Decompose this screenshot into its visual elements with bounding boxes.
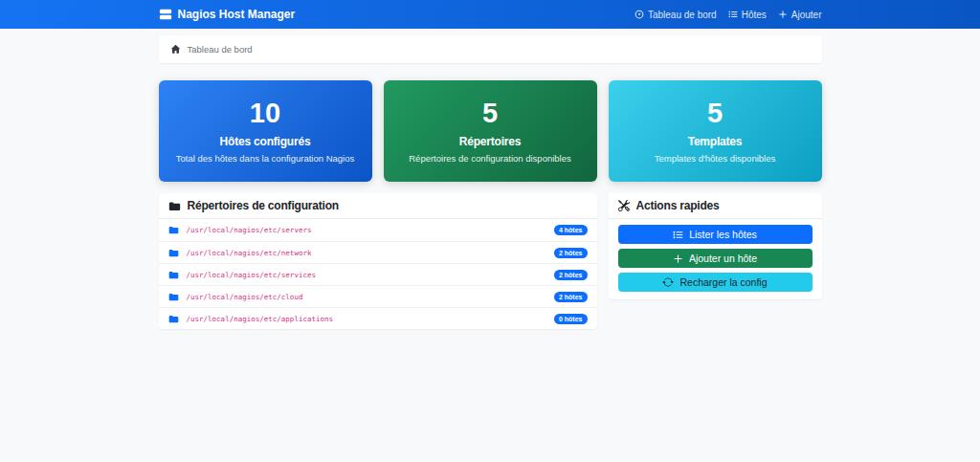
- directory-path[interactable]: /usr/local/nagios/etc/network: [187, 249, 554, 257]
- breadcrumb-label: Tableau de bord: [188, 44, 253, 55]
- stats-row: 10 Hôtes configurés Total des hôtes dans…: [159, 80, 822, 182]
- add-host-label: Ajouter un hôte: [689, 253, 757, 264]
- folder-icon: [168, 200, 181, 212]
- quick-actions-panel: Actions rapides Lister les hôtes Ajouter…: [609, 193, 822, 299]
- quick-actions-title: Actions rapides: [636, 199, 720, 212]
- navbar: Nagios Host Manager Tableau de bord Hôte…: [0, 0, 980, 29]
- brand[interactable]: Nagios Host Manager: [159, 8, 296, 21]
- folder-icon: [168, 225, 179, 235]
- list-icon: [728, 10, 738, 19]
- list-hosts-button[interactable]: Lister les hôtes: [618, 225, 813, 244]
- directory-path[interactable]: /usr/local/nagios/etc/applications: [187, 315, 554, 323]
- nav-add[interactable]: Ajouter: [778, 10, 822, 20]
- nav-links: Tableau de bord Hôtes Ajouter: [635, 10, 822, 20]
- directory-path[interactable]: /usr/local/nagios/etc/cloud: [187, 293, 554, 301]
- server-stack-icon: [159, 8, 172, 21]
- directories-panel-title: Répertoires de configuration: [188, 199, 339, 212]
- plus-icon: [673, 253, 683, 264]
- stat-subtitle: Total des hôtes dans la configuration Na…: [176, 153, 354, 164]
- host-count-badge: 2 hôtes: [554, 292, 588, 302]
- add-host-button[interactable]: Ajouter un hôte: [618, 249, 813, 268]
- nav-dashboard[interactable]: Tableau de bord: [635, 10, 717, 20]
- breadcrumb: Tableau de bord: [159, 35, 822, 63]
- stat-value: 10: [250, 99, 280, 127]
- plus-icon: [778, 10, 788, 19]
- quick-actions-header: Actions rapides: [609, 193, 822, 219]
- home-icon: [170, 44, 181, 55]
- nav-hosts-label: Hôtes: [742, 10, 767, 20]
- host-count-badge: 4 hôtes: [554, 225, 588, 235]
- list-icon: [673, 230, 683, 240]
- stat-title: Hôtes configurés: [220, 135, 311, 148]
- host-count-badge: 2 hôtes: [554, 270, 588, 280]
- directory-row[interactable]: /usr/local/nagios/etc/servers 4 hôtes: [159, 219, 597, 241]
- host-count-badge: 0 hôtes: [554, 314, 588, 324]
- nav-hosts[interactable]: Hôtes: [728, 10, 767, 20]
- directory-row[interactable]: /usr/local/nagios/etc/services 2 hôtes: [159, 263, 597, 285]
- nav-add-label: Ajouter: [791, 10, 822, 20]
- stat-card-templates: 5 Templates Templates d'hôtes disponible…: [609, 80, 822, 182]
- directory-row[interactable]: /usr/local/nagios/etc/network 2 hôtes: [159, 241, 597, 263]
- directory-row[interactable]: /usr/local/nagios/etc/applications 0 hôt…: [159, 307, 597, 329]
- directory-path[interactable]: /usr/local/nagios/etc/services: [187, 271, 554, 279]
- directories-panel-header: Répertoires de configuration: [159, 193, 597, 219]
- stat-card-directories: 5 Répertoires Répertoires de configurati…: [384, 80, 597, 182]
- folder-icon: [168, 292, 179, 302]
- directory-row[interactable]: /usr/local/nagios/etc/cloud 2 hôtes: [159, 285, 597, 307]
- stat-subtitle: Templates d'hôtes disponibles: [655, 153, 775, 164]
- host-count-badge: 2 hôtes: [554, 248, 588, 258]
- quick-actions-body: Lister les hôtes Ajouter un hôte Recharg…: [609, 219, 822, 299]
- nav-dashboard-label: Tableau de bord: [648, 10, 717, 20]
- reload-config-label: Recharger la config: [679, 276, 767, 288]
- list-hosts-label: Lister les hôtes: [689, 229, 757, 240]
- directories-panel: Répertoires de configuration /usr/local/…: [159, 193, 597, 329]
- stat-title: Templates: [688, 135, 743, 148]
- directory-list: /usr/local/nagios/etc/servers 4 hôtes /u…: [159, 219, 597, 329]
- refresh-icon: [662, 276, 674, 288]
- folder-icon: [168, 248, 179, 258]
- stat-card-hosts: 10 Hôtes configurés Total des hôtes dans…: [159, 80, 372, 182]
- stat-title: Répertoires: [459, 135, 522, 148]
- stat-value: 5: [482, 99, 498, 127]
- reload-config-button[interactable]: Recharger la config: [618, 273, 813, 292]
- folder-icon: [168, 270, 179, 280]
- stat-value: 5: [707, 99, 723, 127]
- speedometer-icon: [635, 10, 644, 19]
- brand-label: Nagios Host Manager: [178, 8, 296, 21]
- tools-icon: [618, 200, 630, 211]
- directory-path[interactable]: /usr/local/nagios/etc/servers: [187, 226, 554, 234]
- folder-icon: [168, 314, 179, 324]
- stat-subtitle: Répertoires de configuration disponibles: [409, 153, 571, 164]
